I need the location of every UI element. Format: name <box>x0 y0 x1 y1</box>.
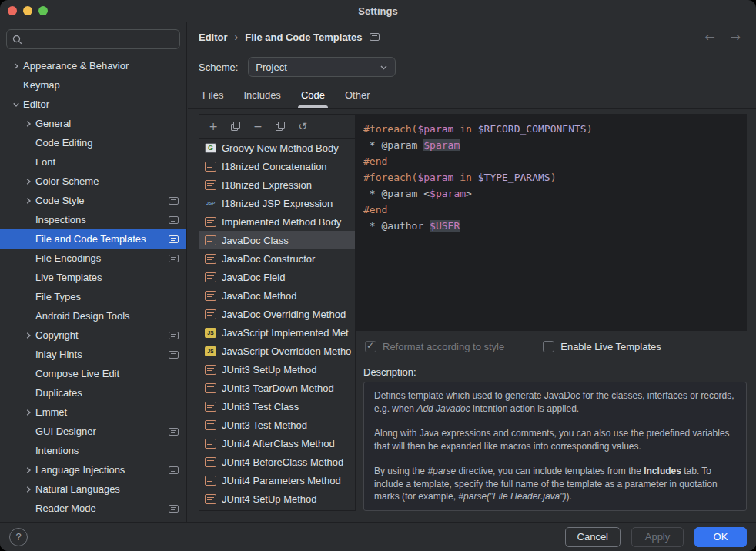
window-title: Settings <box>358 5 397 17</box>
sidebar-item-gui-designer[interactable]: GUI Designer <box>0 422 186 441</box>
sidebar-item-reader-mode[interactable]: Reader Mode <box>0 499 186 518</box>
sidebar-item-file-and-code-templates[interactable]: File and Code Templates <box>0 229 186 249</box>
cancel-button[interactable]: Cancel <box>565 527 621 547</box>
template-item-label: I18nized Concatenation <box>222 161 327 172</box>
chevron-right-icon[interactable] <box>22 406 35 419</box>
reset-to-default-icon[interactable]: ↺ <box>297 121 308 132</box>
template-file-icon <box>205 235 216 245</box>
template-item-junit3-setup-method[interactable]: JUnit3 SetUp Method <box>199 360 355 379</box>
reformat-checkbox[interactable]: Reformat according to style <box>365 341 504 352</box>
tab-code[interactable]: Code <box>291 82 335 108</box>
settings-search-input[interactable] <box>27 33 174 46</box>
tab-other[interactable]: Other <box>335 82 380 108</box>
template-item-javadoc-overriding-method[interactable]: JavaDoc Overriding Method <box>199 305 355 323</box>
sidebar-item-intentions[interactable]: Intentions <box>0 441 186 460</box>
template-item-javadoc-constructor[interactable]: JavaDoc Constructor <box>199 249 355 268</box>
enable-live-templates-checkbox[interactable]: Enable Live Templates <box>543 341 661 352</box>
settings-search-box[interactable] <box>6 29 180 49</box>
template-item-javadoc-class[interactable]: JavaDoc Class <box>199 231 355 249</box>
chevron-spacer <box>22 233 35 245</box>
chevron-right-icon[interactable] <box>22 464 35 476</box>
template-item-label: I18nized Expression <box>222 179 312 191</box>
sidebar-item-compose-live-edit[interactable]: Compose Live Edit <box>0 364 186 383</box>
copy-template-icon[interactable] <box>275 121 286 132</box>
sidebar-item-keymap[interactable]: Keymap <box>0 75 186 95</box>
add-template-icon[interactable]: + <box>208 121 219 132</box>
template-item-label: JavaDoc Class <box>222 235 289 246</box>
sidebar-item-editor[interactable]: Editor <box>0 95 186 114</box>
minimize-window-button[interactable] <box>23 6 32 15</box>
template-item-junit4-parameters-method[interactable]: JUnit4 Parameters Method <box>199 471 355 489</box>
sidebar-item-font[interactable]: Font <box>0 152 186 172</box>
template-options: Reformat according to style Enable Live … <box>356 331 747 359</box>
zoom-window-button[interactable] <box>38 6 48 15</box>
apply-button[interactable]: Apply <box>631 527 684 547</box>
template-item-junit4-setup-method[interactable]: JUnit4 SetUp Method <box>199 489 355 508</box>
template-editor[interactable]: #foreach($param in $RECORD_COMPONENTS) *… <box>356 114 747 331</box>
sidebar-item-inspections[interactable]: Inspections <box>0 210 186 229</box>
description-paragraph: Along with Java expressions and comments… <box>374 427 736 452</box>
sidebar-item-android-design-tools[interactable]: Android Design Tools <box>0 306 186 326</box>
scheme-select[interactable]: Project <box>248 57 396 77</box>
sidebar-item-copyright[interactable]: Copyright <box>0 326 186 345</box>
breadcrumb-separator-icon: › <box>235 31 239 43</box>
sidebar-item-code-editing[interactable]: Code Editing <box>0 133 186 152</box>
template-item-i18nized-jsp-expression[interactable]: JSPI18nized JSP Expression <box>199 194 355 212</box>
template-item-i18nized-expression[interactable]: I18nized Expression <box>199 175 355 194</box>
sidebar-item-emmet[interactable]: Emmet <box>0 402 186 422</box>
remove-template-icon[interactable]: − <box>253 121 263 132</box>
template-item-label: JavaDoc Overriding Method <box>222 309 346 320</box>
settings-window: Settings Appearance & BehaviorKeymapEdit… <box>0 0 756 551</box>
sidebar-item-label: Compose Live Edit <box>35 368 119 379</box>
description-panel[interactable]: Defines template which used to generate … <box>363 382 747 511</box>
chevron-spacer <box>22 156 35 169</box>
sidebar-item-language-injections[interactable]: Language Injections <box>0 460 186 479</box>
template-item-groovy-new-method-body[interactable]: GGroovy New Method Body <box>199 139 355 157</box>
chevron-right-icon[interactable] <box>9 60 23 72</box>
sidebar-item-duplicates[interactable]: Duplicates <box>0 383 186 402</box>
ide-settings-icon <box>169 505 179 513</box>
sidebar-item-label: File Encodings <box>35 252 101 264</box>
ide-settings-icon <box>169 351 179 359</box>
template-item-javadoc-field[interactable]: JavaDoc Field <box>199 268 355 286</box>
template-item-javascript-overridden-metho[interactable]: JSJavaScript Overridden Metho <box>199 342 355 360</box>
ide-settings-icon <box>169 255 179 262</box>
forward-icon[interactable]: → <box>731 30 741 45</box>
sidebar-item-natural-languages[interactable]: Natural Languages <box>0 479 186 499</box>
chevron-right-icon[interactable] <box>22 195 35 207</box>
chevron-spacer <box>22 349 35 361</box>
create-child-template-icon[interactable] <box>230 121 241 132</box>
help-button[interactable]: ? <box>9 528 28 546</box>
sidebar-item-inlay-hints[interactable]: Inlay Hints <box>0 345 186 364</box>
sidebar-item-general[interactable]: General <box>0 114 186 133</box>
close-window-button[interactable] <box>8 6 17 15</box>
ide-settings-icon <box>169 466 179 474</box>
template-item-junit3-teardown-method[interactable]: JUnit3 TearDown Method <box>199 379 355 397</box>
chevron-right-icon[interactable] <box>22 118 35 130</box>
template-item-implemented-method-body[interactable]: Implemented Method Body <box>199 212 355 231</box>
sidebar-item-code-style[interactable]: Code Style <box>0 191 186 210</box>
sidebar-item-color-scheme[interactable]: Color Scheme <box>0 172 186 191</box>
chevron-down-icon[interactable] <box>9 99 23 111</box>
sidebar-item-live-templates[interactable]: Live Templates <box>0 268 186 287</box>
template-item-junit4-afterclass-method[interactable]: JUnit4 AfterClass Method <box>199 434 355 452</box>
chevron-right-icon[interactable] <box>22 175 35 188</box>
chevron-right-icon[interactable] <box>22 329 35 342</box>
breadcrumb-root[interactable]: Editor <box>199 32 228 43</box>
template-item-i18nized-concatenation[interactable]: I18nized Concatenation <box>199 157 355 175</box>
template-item-junit4-beforeclass-method[interactable]: JUnit4 BeforeClass Method <box>199 452 355 471</box>
sidebar-item-appearance-behavior[interactable]: Appearance & Behavior <box>0 56 186 75</box>
template-item-junit3-test-method[interactable]: JUnit3 Test Method <box>199 416 355 434</box>
template-item-junit3-test-class[interactable]: JUnit3 Test Class <box>199 397 355 416</box>
ok-button[interactable]: OK <box>694 527 747 547</box>
back-icon[interactable]: ← <box>704 30 714 45</box>
chevron-right-icon[interactable] <box>22 483 35 496</box>
template-item-javascript-implemented-met[interactable]: JSJavaScript Implemented Met <box>199 323 355 342</box>
tab-includes[interactable]: Includes <box>233 82 290 108</box>
sidebar-item-file-types[interactable]: File Types <box>0 287 186 306</box>
template-item-javadoc-method[interactable]: JavaDoc Method <box>199 286 355 305</box>
tab-files[interactable]: Files <box>192 82 233 108</box>
scheme-label: Scheme: <box>199 62 238 73</box>
sidebar-item-file-encodings[interactable]: File Encodings <box>0 249 186 268</box>
ide-settings-icon <box>169 428 179 436</box>
